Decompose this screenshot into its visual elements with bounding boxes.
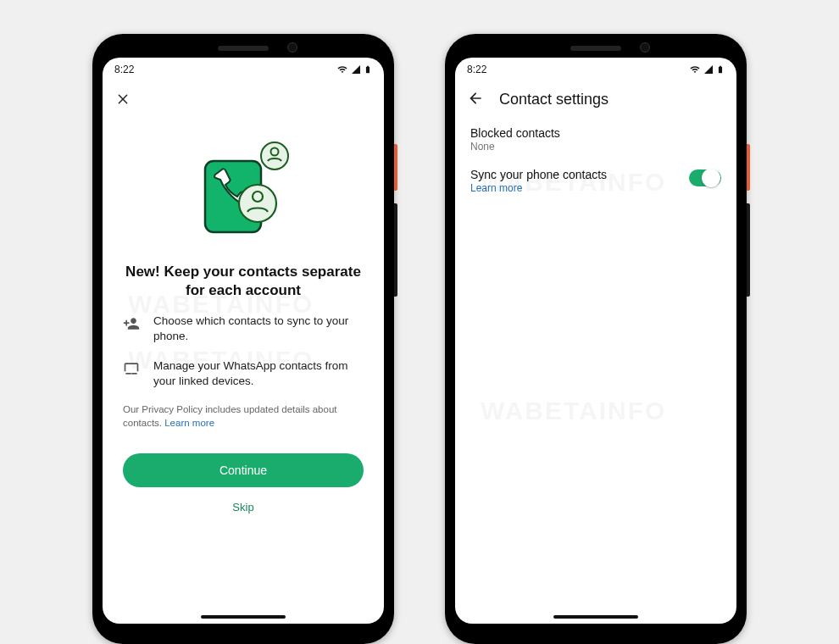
nav-gesture-pill bbox=[201, 615, 286, 619]
battery-icon bbox=[716, 64, 725, 75]
status-time: 8:22 bbox=[467, 64, 486, 75]
feature-row-sync: Choose which contacts to sync to your ph… bbox=[123, 314, 364, 344]
phone-volume-button bbox=[747, 203, 750, 297]
phone-volume-button bbox=[394, 203, 397, 297]
phone-speaker bbox=[570, 46, 621, 51]
status-icons bbox=[689, 64, 725, 75]
person-add-icon bbox=[123, 314, 142, 336]
status-bar: 8:22 bbox=[455, 58, 736, 81]
nav-gesture-pill bbox=[553, 615, 638, 619]
privacy-learn-more-link[interactable]: Learn more bbox=[164, 418, 214, 428]
phone-speaker bbox=[218, 46, 269, 51]
privacy-note: Our Privacy Policy includes updated deta… bbox=[123, 402, 364, 430]
phone-mockup-left: 8:22 bbox=[92, 34, 394, 644]
phone-camera bbox=[287, 42, 297, 53]
onboarding-title: New! Keep your contacts separate for eac… bbox=[123, 263, 364, 300]
status-bar: 8:22 bbox=[103, 58, 384, 81]
blocked-contacts-value: None bbox=[470, 141, 721, 153]
sync-contacts-label: Sync your phone contacts bbox=[470, 168, 607, 181]
sync-contacts-toggle[interactable] bbox=[689, 169, 721, 186]
watermark: WABETAINFO bbox=[481, 397, 666, 425]
sync-learn-more-link[interactable]: Learn more bbox=[470, 182, 607, 194]
privacy-prefix: Our Privacy Policy includes updated deta… bbox=[123, 404, 337, 428]
wifi-icon bbox=[689, 64, 701, 75]
signal-icon bbox=[350, 64, 362, 75]
feature-row-devices: Manage your WhatsApp contacts from your … bbox=[123, 358, 364, 389]
phone-mockup-right: 8:22 Contact settings Blocked contacts N… bbox=[445, 34, 747, 644]
skip-button[interactable]: Skip bbox=[123, 501, 364, 514]
feature-text-devices: Manage your WhatsApp contacts from your … bbox=[153, 358, 364, 389]
status-time: 8:22 bbox=[114, 64, 134, 75]
phone-camera bbox=[640, 42, 650, 53]
setting-blocked-contacts[interactable]: Blocked contacts None bbox=[470, 126, 721, 153]
devices-icon bbox=[123, 358, 142, 380]
contacts-illustration bbox=[123, 122, 364, 263]
signal-icon bbox=[703, 64, 714, 75]
blocked-contacts-label: Blocked contacts bbox=[470, 126, 721, 140]
wifi-icon bbox=[336, 64, 348, 75]
page-title: Contact settings bbox=[499, 91, 608, 108]
screen-right: 8:22 Contact settings Blocked contacts N… bbox=[455, 58, 736, 624]
phone-power-button bbox=[394, 144, 397, 191]
close-icon[interactable] bbox=[111, 86, 135, 114]
back-arrow-icon[interactable] bbox=[467, 90, 484, 109]
feature-text-sync: Choose which contacts to sync to your ph… bbox=[153, 314, 364, 344]
battery-icon bbox=[364, 64, 372, 75]
screen-left: 8:22 bbox=[103, 58, 384, 624]
status-icons bbox=[336, 64, 372, 75]
svg-point-3 bbox=[239, 185, 276, 222]
settings-header: Contact settings bbox=[455, 81, 736, 116]
setting-sync-contacts: Sync your phone contacts Learn more bbox=[470, 168, 721, 194]
continue-button[interactable]: Continue bbox=[123, 453, 364, 487]
phone-power-button bbox=[747, 144, 750, 191]
